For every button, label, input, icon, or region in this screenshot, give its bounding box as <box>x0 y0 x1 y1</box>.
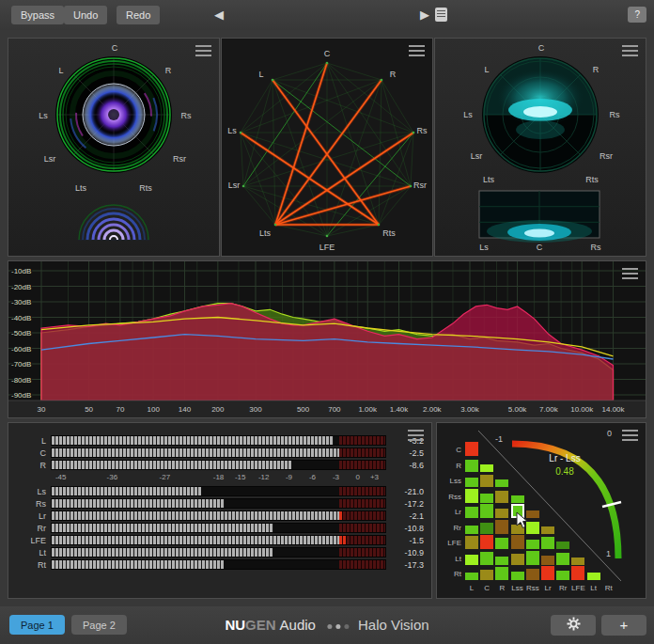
panel-menu-icon[interactable] <box>195 45 211 56</box>
panel-menu-icon[interactable] <box>409 45 425 56</box>
web-node <box>413 132 415 134</box>
matrix-cell[interactable] <box>495 538 508 549</box>
meter-bar <box>51 510 386 521</box>
matrix-cell[interactable] <box>495 520 508 534</box>
matrix-cell[interactable] <box>511 554 524 565</box>
meter-value: -10.8 <box>386 524 424 533</box>
matrix-cell[interactable] <box>511 495 524 503</box>
matrix-cell[interactable] <box>480 570 493 580</box>
matrix-cell[interactable] <box>480 494 493 503</box>
log-list-icon[interactable] <box>435 8 447 22</box>
meter-row: Lt-10.9 <box>18 546 424 558</box>
matrix-cell[interactable] <box>511 535 524 549</box>
meter-channel-label: C <box>18 448 51 458</box>
redo-button[interactable]: Redo <box>117 6 160 24</box>
plus-icon: + <box>620 617 629 633</box>
matrix-cell[interactable] <box>480 475 493 487</box>
web-node <box>272 79 274 82</box>
channel-label: Rs <box>610 110 620 119</box>
page1-button[interactable]: Page 1 <box>9 615 65 635</box>
matrix-readout-value: 0.48 <box>518 466 612 477</box>
meter-bar <box>51 460 386 470</box>
matrix-cell[interactable] <box>526 540 539 549</box>
matrix-row-label: C <box>439 446 461 455</box>
matrix-cell[interactable] <box>495 479 508 487</box>
matrix-cell[interactable] <box>480 464 493 472</box>
panel-menu-icon[interactable] <box>622 430 638 441</box>
matrix-cell[interactable] <box>495 509 508 518</box>
matrix-cell[interactable] <box>495 557 508 565</box>
meter-channel-label: Rt <box>18 560 51 570</box>
gauge-max-label: 1 <box>606 549 611 558</box>
matrix-cell[interactable] <box>495 567 508 580</box>
gauge-min-label: -1 <box>495 434 503 444</box>
meter-scale-tick: -15 <box>235 473 246 481</box>
matrix-cell[interactable] <box>571 566 584 580</box>
matrix-cell[interactable] <box>526 569 539 580</box>
freq-axis-label: 14.00k <box>602 405 626 414</box>
db-axis-label: -70dB <box>11 360 31 369</box>
matrix-cell[interactable] <box>556 571 569 580</box>
matrix-cell[interactable] <box>541 537 554 549</box>
matrix-cell[interactable] <box>465 536 478 549</box>
matrix-cell[interactable] <box>480 552 493 565</box>
bypass-button[interactable]: Bypass <box>11 6 64 24</box>
settings-button[interactable] <box>551 615 596 636</box>
matrix-cell[interactable] <box>465 478 478 487</box>
meter-value: -21.0 <box>386 487 424 496</box>
matrix-cell[interactable] <box>556 542 569 549</box>
matrix-cell[interactable] <box>526 551 539 565</box>
meter-scale-tick: -45 <box>55 473 67 481</box>
meter-bar <box>51 448 386 458</box>
web-node-label: L <box>258 70 263 79</box>
matrix-cell[interactable] <box>465 507 478 518</box>
web-link <box>243 186 379 225</box>
matrix-cell[interactable] <box>465 573 478 580</box>
panel-menu-icon[interactable] <box>408 430 424 441</box>
matrix-cell[interactable] <box>480 504 493 518</box>
panel-menu-icon[interactable] <box>622 45 638 56</box>
panel-menu-icon[interactable] <box>622 268 638 279</box>
matrix-cell[interactable] <box>511 572 524 580</box>
web-hot-link <box>275 186 411 225</box>
freq-axis-label: 70 <box>116 405 124 414</box>
undo-button[interactable]: Undo <box>64 6 107 24</box>
web-node <box>240 132 242 134</box>
web-node <box>410 185 413 188</box>
matrix-cell[interactable] <box>541 526 554 534</box>
matrix-cell[interactable] <box>556 553 569 565</box>
meter-scale-tick: -6 <box>309 473 316 481</box>
gear-icon <box>567 617 581 631</box>
matrix-cell[interactable] <box>541 556 554 565</box>
matrix-cell[interactable] <box>465 460 478 472</box>
web-node-label: Ls <box>227 126 237 135</box>
matrix-cell[interactable] <box>587 573 600 580</box>
web-link <box>243 186 275 225</box>
help-button[interactable]: ? <box>628 7 646 23</box>
meter-scale-tick: -27 <box>160 473 171 481</box>
matrix-cell[interactable] <box>465 442 478 456</box>
matrix-cell[interactable] <box>480 535 493 549</box>
matrix-cell[interactable] <box>495 491 508 503</box>
matrix-cell[interactable] <box>465 526 478 534</box>
meter-row: Rt-17.3 <box>18 558 424 571</box>
matrix-cell[interactable] <box>465 555 478 565</box>
web-link <box>382 80 413 133</box>
play-icon[interactable]: ▶ <box>420 7 429 24</box>
matrix-cell[interactable] <box>571 558 584 565</box>
skip-back-icon[interactable]: ◀ <box>214 7 224 24</box>
matrix-cell[interactable] <box>480 523 493 534</box>
matrix-cell[interactable] <box>541 566 554 580</box>
meter-value: -2.1 <box>386 511 424 521</box>
add-panel-button[interactable]: + <box>601 615 646 636</box>
meter-channel-label: Rs <box>18 499 51 509</box>
freq-axis-label: 100 <box>148 405 161 414</box>
db-axis-label: -20dB <box>11 283 31 291</box>
spectrum-graphic: 3050701001402003005007001.00k1.40k2.00k3… <box>8 261 646 417</box>
page2-button[interactable]: Page 2 <box>71 615 127 635</box>
meter-row: R-8.6 <box>18 459 424 471</box>
matrix-cell[interactable] <box>465 489 478 503</box>
meter-scale: -45-36-27-18-15-12-9-6-30+3 <box>18 471 424 485</box>
meter-channel-label: Lt <box>18 548 51 558</box>
web-node <box>242 185 245 188</box>
